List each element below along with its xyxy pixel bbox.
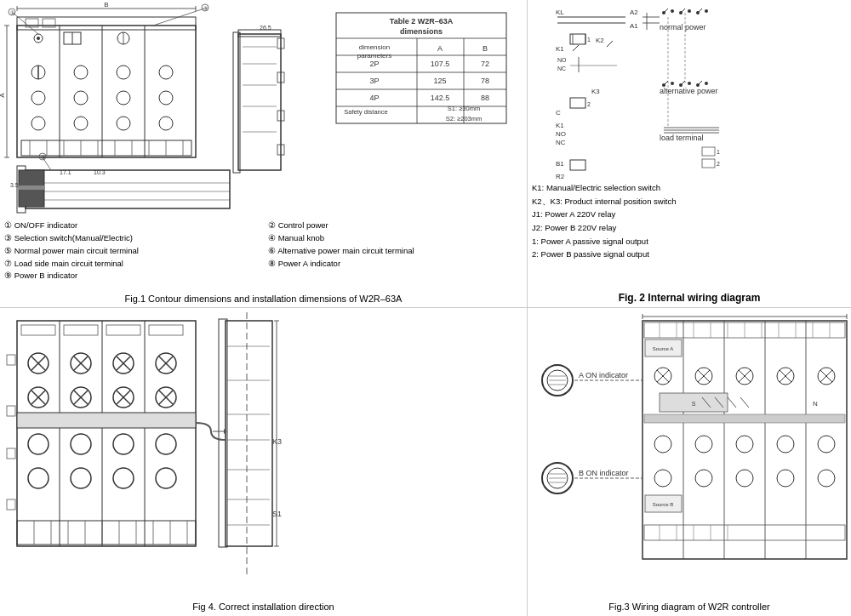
svg-text:①: ① xyxy=(10,10,14,15)
svg-rect-205 xyxy=(17,521,196,545)
svg-text:2: 2 xyxy=(587,101,591,107)
svg-text:125: 125 xyxy=(433,77,446,85)
svg-point-18 xyxy=(74,91,88,105)
svg-point-19 xyxy=(74,117,88,130)
legend-item-4: ④ Manual knob xyxy=(268,232,523,245)
legend-item-8: ⑧ Power A indicator xyxy=(268,258,523,271)
svg-text:load terminal: load terminal xyxy=(660,134,704,142)
svg-text:3P: 3P xyxy=(369,77,379,85)
svg-point-146 xyxy=(705,82,708,85)
fig1-legend: ① ON/OFF indicator ② Control power ③ Sel… xyxy=(4,220,523,282)
svg-text:normal power: normal power xyxy=(660,23,706,31)
fig3-caption: Fig.3 Wiring diagram of W2R controller xyxy=(608,602,770,612)
svg-point-281 xyxy=(736,436,753,453)
svg-point-140 xyxy=(671,82,674,85)
svg-point-20 xyxy=(117,66,130,79)
svg-point-122 xyxy=(662,11,665,14)
svg-rect-92 xyxy=(26,170,230,208)
svg-rect-169 xyxy=(64,325,98,335)
svg-rect-217 xyxy=(7,406,15,416)
svg-point-8 xyxy=(37,37,40,40)
svg-text:NC: NC xyxy=(557,66,566,71)
svg-rect-57 xyxy=(233,32,240,173)
svg-point-123 xyxy=(671,9,674,13)
svg-text:26.5: 26.5 xyxy=(260,25,271,31)
svg-text:NC: NC xyxy=(556,139,566,146)
svg-text:⑧: ⑧ xyxy=(203,6,208,11)
wiring-note-4: J2: Power B 220V relay xyxy=(532,221,676,235)
svg-text:Table 2  W2R–63A: Table 2 W2R–63A xyxy=(390,17,454,26)
fig3-svg: Source A xyxy=(532,312,851,585)
svg-point-204 xyxy=(156,468,176,488)
svg-text:B: B xyxy=(104,1,108,9)
fig1-panel: B A ① ⑧ xyxy=(0,0,528,308)
svg-text:A: A xyxy=(0,93,6,98)
svg-text:S2: ≥203mm: S2: ≥203mm xyxy=(446,115,482,123)
svg-point-126 xyxy=(688,9,691,13)
svg-point-280 xyxy=(695,436,712,453)
wiring-note-5: 1: Power A passive signal output xyxy=(532,235,676,248)
svg-rect-160 xyxy=(702,147,715,156)
svg-text:1: 1 xyxy=(587,37,591,43)
svg-text:alternative power: alternative power xyxy=(660,87,718,95)
svg-point-287 xyxy=(777,470,794,487)
svg-point-139 xyxy=(662,83,665,87)
legend-item-5: ⑤ Normal power main circuit terminal xyxy=(4,245,260,258)
svg-line-277 xyxy=(740,397,749,408)
svg-point-17 xyxy=(74,66,88,79)
svg-point-285 xyxy=(695,470,712,487)
svg-text:1: 1 xyxy=(717,149,720,155)
svg-text:R2: R2 xyxy=(556,173,565,180)
svg-point-203 xyxy=(113,468,134,488)
svg-point-142 xyxy=(679,83,683,87)
fig1-svg: B A ① ⑧ xyxy=(0,0,523,217)
svg-point-283 xyxy=(818,436,835,453)
svg-rect-291 xyxy=(644,525,845,540)
svg-text:A1: A1 xyxy=(630,22,638,30)
svg-point-200 xyxy=(156,434,176,454)
svg-text:Source B: Source B xyxy=(653,502,674,507)
svg-text:Safety distance: Safety distance xyxy=(344,108,387,116)
wiring-note-6: 2: Power B passive signal output xyxy=(532,248,676,261)
svg-text:3.5: 3.5 xyxy=(10,182,19,188)
svg-text:dimension: dimension xyxy=(359,43,390,51)
fig2-wiring-notes: K1: Manual/Electric selection switch K2、… xyxy=(532,181,676,261)
svg-line-116 xyxy=(607,41,613,47)
svg-rect-171 xyxy=(149,325,183,335)
svg-text:KL: KL xyxy=(556,9,564,16)
svg-text:K1: K1 xyxy=(556,122,564,129)
svg-text:dimensions: dimensions xyxy=(400,27,443,36)
svg-text:S1: ≥30mm: S1: ≥30mm xyxy=(448,105,480,112)
svg-text:A ON indicator: A ON indicator xyxy=(579,371,628,379)
svg-rect-162 xyxy=(702,159,715,168)
svg-text:B1: B1 xyxy=(556,160,564,168)
svg-point-202 xyxy=(71,468,91,488)
svg-text:K1: K1 xyxy=(556,45,564,53)
fig4-svg: K3 S1 xyxy=(4,312,528,585)
svg-point-129 xyxy=(705,9,708,13)
svg-text:③: ③ xyxy=(41,155,45,160)
svg-text:C: C xyxy=(556,109,561,117)
wiring-note-1: K1: Manual/Electric selection switch xyxy=(532,181,676,195)
svg-point-22 xyxy=(117,117,130,130)
svg-rect-98 xyxy=(19,185,44,190)
svg-point-282 xyxy=(777,436,794,453)
svg-point-143 xyxy=(688,82,691,85)
legend-item-9: ⑨ Power B indicator xyxy=(4,270,523,282)
svg-text:4P: 4P xyxy=(369,94,379,102)
svg-rect-219 xyxy=(7,499,15,510)
svg-point-201 xyxy=(28,468,49,488)
svg-rect-168 xyxy=(21,325,55,335)
svg-rect-170 xyxy=(106,325,140,335)
svg-point-21 xyxy=(117,91,130,105)
svg-point-197 xyxy=(28,434,49,454)
svg-point-125 xyxy=(679,11,683,14)
wiring-note-2: K2、K3: Product internal position switch xyxy=(532,195,676,208)
svg-point-145 xyxy=(696,83,700,87)
legend-item-6: ⑥ Alternative power main circuit termina… xyxy=(268,245,523,258)
legend-item-1: ① ON/OFF indicator xyxy=(4,220,260,232)
svg-point-284 xyxy=(654,470,671,487)
svg-text:NO: NO xyxy=(556,130,566,138)
svg-text:A2: A2 xyxy=(630,9,638,16)
svg-rect-271 xyxy=(644,414,845,423)
